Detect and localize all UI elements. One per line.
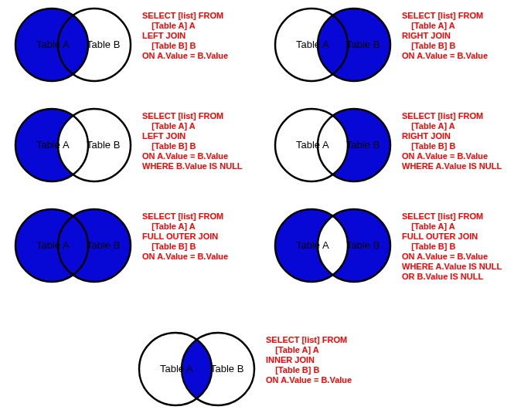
venn-label-a: Table A — [296, 139, 329, 151]
figure-right_join: Table A Table B SELECT [list] FROM [Tabl… — [269, 6, 397, 83]
venn-label-a: Table A — [36, 139, 70, 151]
sql-join-venn-canvas: Table A Table B SELECT [list] FROM [Tabl… — [0, 0, 514, 420]
venn-right_excl: Table A Table B — [269, 107, 397, 184]
sql-right_join: SELECT [list] FROM [Table A] A RIGHT JOI… — [402, 11, 488, 61]
figure-left_excl: Table A Table B SELECT [list] FROM [Tabl… — [9, 107, 137, 184]
venn-label-b: Table B — [346, 239, 380, 251]
venn-label-b: Table B — [87, 39, 120, 50]
sql-left_excl: SELECT [list] FROM [Table A] A LEFT JOIN… — [142, 111, 243, 171]
figure-full_outer_excl: Table A Table B SELECT [list] FROM [Tabl… — [269, 207, 397, 284]
venn-label-b: Table B — [210, 363, 243, 374]
venn-full_outer: Table A Table B — [9, 207, 137, 284]
venn-left_excl: Table A Table B — [9, 107, 137, 184]
sql-full_outer: SELECT [list] FROM [Table A] A FULL OUTE… — [142, 212, 228, 262]
venn-label-b: Table B — [87, 139, 120, 151]
sql-full_outer_excl: SELECT [list] FROM [Table A] A FULL OUTE… — [402, 212, 502, 282]
venn-full_outer_excl: Table A Table B — [269, 207, 397, 284]
figure-left_join: Table A Table B SELECT [list] FROM [Tabl… — [9, 6, 137, 83]
venn-label-a: Table A — [36, 239, 70, 251]
venn-label-b: Table B — [346, 139, 380, 151]
figure-inner_join: Table A Table B SELECT [list] FROM [Tabl… — [133, 330, 260, 408]
sql-inner_join: SELECT [list] FROM [Table A] A INNER JOI… — [266, 335, 352, 385]
figure-full_outer: Table A Table B SELECT [list] FROM [Tabl… — [9, 207, 137, 284]
venn-label-a: Table A — [36, 39, 70, 50]
venn-label-a: Table A — [160, 363, 193, 374]
sql-right_excl: SELECT [list] FROM [Table A] A RIGHT JOI… — [402, 111, 502, 171]
figure-right_excl: Table A Table B SELECT [list] FROM [Tabl… — [269, 107, 397, 184]
venn-label-b: Table B — [87, 239, 120, 251]
venn-left_join: Table A Table B — [9, 6, 137, 83]
venn-inner_join: Table A Table B — [133, 330, 260, 408]
venn-label-a: Table A — [296, 39, 329, 50]
sql-left_join: SELECT [list] FROM [Table A] A LEFT JOIN… — [142, 11, 228, 61]
venn-right_join: Table A Table B — [269, 6, 397, 83]
venn-label-b: Table B — [346, 39, 380, 50]
venn-label-a: Table A — [296, 239, 329, 251]
